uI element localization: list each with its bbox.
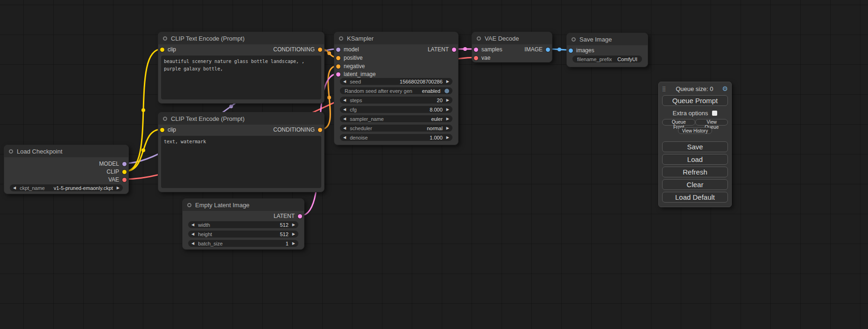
input-slot-samples[interactable] <box>474 48 478 52</box>
link-midpoint-dot <box>141 148 145 152</box>
collapse-dot[interactable] <box>9 149 13 154</box>
node-title-bar[interactable]: Empty Latent Image <box>183 199 304 211</box>
clear-button[interactable]: Clear <box>662 179 728 190</box>
increment-arrow-icon[interactable]: ▶ <box>117 186 120 190</box>
extra-options-label: Extra options <box>673 110 708 117</box>
view-history-button[interactable]: View History <box>678 127 712 134</box>
increment-arrow-icon[interactable]: ▶ <box>446 126 449 130</box>
widget-value: 512 <box>280 222 288 228</box>
node-graph-canvas[interactable]: Load Checkpoint MODEL CLIP VAE ◀ ckpt_na… <box>0 0 868 329</box>
widget-scheduler[interactable]: ◀ scheduler normal ▶ <box>340 125 452 132</box>
decrement-arrow-icon[interactable]: ◀ <box>191 232 194 236</box>
link-midpoint-dot <box>141 108 145 112</box>
decrement-arrow-icon[interactable]: ◀ <box>191 242 194 245</box>
increment-arrow-icon[interactable]: ▶ <box>446 98 449 102</box>
node-title-bar[interactable]: CLIP Text Encode (Prompt) <box>158 32 324 44</box>
settings-gear-icon[interactable]: ⚙ <box>722 85 728 92</box>
collapse-dot[interactable] <box>163 117 167 121</box>
node-title-bar[interactable]: CLIP Text Encode (Prompt) <box>158 112 324 125</box>
widget-random-seed-toggle[interactable]: Random seed after every gen enabled <box>340 87 452 94</box>
node-clip-text-encode-negative[interactable]: CLIP Text Encode (Prompt) clip CONDITION… <box>158 112 325 192</box>
increment-arrow-icon[interactable]: ▶ <box>446 80 449 84</box>
increment-arrow-icon[interactable]: ▶ <box>292 223 295 227</box>
input-slot-clip[interactable] <box>160 128 164 132</box>
decrement-arrow-icon[interactable]: ◀ <box>343 108 346 112</box>
collapse-dot[interactable] <box>339 36 343 41</box>
widget-steps[interactable]: ◀ steps 20 ▶ <box>340 97 452 104</box>
toggle-knob[interactable] <box>445 89 449 93</box>
increment-arrow-icon[interactable]: ▶ <box>292 232 295 236</box>
output-slot-latent[interactable] <box>298 214 302 218</box>
output-slot-vae[interactable] <box>122 178 127 182</box>
node-title-bar[interactable]: Save Image <box>567 33 648 45</box>
widget-value: enabled <box>422 88 440 94</box>
input-slot-images[interactable] <box>569 49 573 53</box>
widget-filename-prefix[interactable]: filename_prefix ComfyUI <box>572 56 642 63</box>
widget-value: normal <box>427 126 443 131</box>
output-slot-image[interactable] <box>546 48 550 52</box>
input-slot-positive[interactable] <box>336 56 340 60</box>
drag-handle-icon[interactable]: ⣿ <box>662 86 666 92</box>
node-vae-decode[interactable]: VAE Decode samples IMAGE vae <box>472 32 552 63</box>
link-midpoint-dot <box>557 48 561 51</box>
input-slot-model[interactable] <box>336 48 340 52</box>
collapse-dot[interactable] <box>187 203 191 207</box>
node-title: Load Checkpoint <box>17 148 63 155</box>
output-slot-model[interactable] <box>122 162 127 166</box>
node-clip-text-encode-positive[interactable]: CLIP Text Encode (Prompt) clip CONDITION… <box>158 32 325 104</box>
view-queue-button[interactable]: View Queue <box>695 119 728 126</box>
decrement-arrow-icon[interactable]: ◀ <box>343 136 346 140</box>
node-title-bar[interactable]: VAE Decode <box>472 32 552 44</box>
load-button[interactable]: Load <box>662 154 728 165</box>
decrement-arrow-icon[interactable]: ◀ <box>191 223 194 227</box>
widget-value: v1-5-pruned-emaonly.ckpt <box>54 185 113 191</box>
widget-ckpt-name[interactable]: ◀ ckpt_name v1-5-pruned-emaonly.ckpt ▶ <box>10 184 123 191</box>
save-button[interactable]: Save <box>662 141 728 152</box>
node-empty-latent-image[interactable]: Empty Latent Image LATENT ◀ width 512 ▶ … <box>182 198 304 250</box>
increment-arrow-icon[interactable]: ▶ <box>446 108 449 112</box>
collapse-dot[interactable] <box>477 36 481 41</box>
input-slot-vae[interactable] <box>474 56 478 60</box>
output-slot-latent[interactable] <box>452 48 456 52</box>
widget-sampler-name[interactable]: ◀ sampler_name euler ▶ <box>340 115 452 122</box>
input-slot-latent-image[interactable] <box>336 72 340 77</box>
prompt-textarea[interactable]: beautiful scenery nature glass bottle la… <box>161 56 321 99</box>
slot-label-conditioning: CONDITIONING <box>273 46 315 53</box>
widget-width[interactable]: ◀ width 512 ▶ <box>188 221 298 228</box>
prompt-textarea[interactable]: text, watermark <box>161 136 321 188</box>
slot-label-samples: samples <box>481 46 502 53</box>
node-load-checkpoint[interactable]: Load Checkpoint MODEL CLIP VAE ◀ ckpt_na… <box>4 145 129 194</box>
queue-prompt-button[interactable]: Queue Prompt <box>662 95 728 106</box>
increment-arrow-icon[interactable]: ▶ <box>446 136 449 140</box>
decrement-arrow-icon[interactable]: ◀ <box>343 80 346 84</box>
extra-options-checkbox[interactable] <box>712 111 717 116</box>
increment-arrow-icon[interactable]: ▶ <box>292 242 295 245</box>
widget-cfg[interactable]: ◀ cfg 8.000 ▶ <box>340 106 452 113</box>
increment-arrow-icon[interactable]: ▶ <box>446 117 449 121</box>
node-save-image[interactable]: Save Image images filename_prefix ComfyU… <box>566 33 648 67</box>
widget-label: denoise <box>350 135 368 140</box>
widget-seed[interactable]: ◀ seed 156680208700286 ▶ <box>340 78 452 85</box>
widget-denoise[interactable]: ◀ denoise 1.000 ▶ <box>340 134 452 141</box>
collapse-dot[interactable] <box>572 37 576 42</box>
decrement-arrow-icon[interactable]: ◀ <box>343 117 346 121</box>
collapse-dot[interactable] <box>163 36 167 41</box>
queue-front-button[interactable]: Queue Front <box>662 119 695 126</box>
output-slot-conditioning[interactable] <box>318 48 322 52</box>
input-slot-negative[interactable] <box>336 64 340 69</box>
widget-label: seed <box>350 79 361 84</box>
node-title-bar[interactable]: Load Checkpoint <box>4 145 128 157</box>
input-slot-clip[interactable] <box>160 48 164 52</box>
output-slot-clip[interactable] <box>122 170 127 174</box>
decrement-arrow-icon[interactable]: ◀ <box>13 186 16 190</box>
node-ksampler[interactable]: KSampler model LATENT positive negative <box>334 32 459 145</box>
node-title: VAE Decode <box>485 35 519 42</box>
load-default-button[interactable]: Load Default <box>662 192 728 203</box>
refresh-button[interactable]: Refresh <box>662 167 728 177</box>
output-slot-conditioning[interactable] <box>318 128 322 132</box>
widget-height[interactable]: ◀ height 512 ▶ <box>188 231 298 238</box>
widget-batch-size[interactable]: ◀ batch_size 1 ▶ <box>188 240 298 247</box>
decrement-arrow-icon[interactable]: ◀ <box>343 98 346 102</box>
decrement-arrow-icon[interactable]: ◀ <box>343 126 346 130</box>
node-title-bar[interactable]: KSampler <box>334 32 458 44</box>
